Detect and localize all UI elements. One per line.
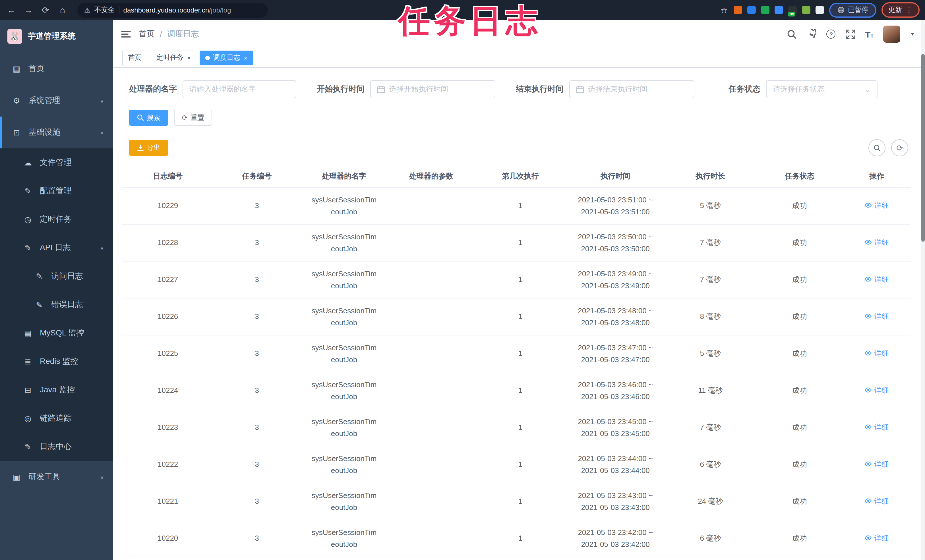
table-header-row: 日志编号任务编号处理器的名字处理器的参数第几次执行执行时间执行时长任务状态操作 [122,166,910,187]
detail-link[interactable]: 详细 [865,384,889,396]
tab-定时任务[interactable]: 定时任务× [151,50,196,65]
profile-chip-wrap: 😄 已暂停 [829,3,876,17]
breadcrumb: 首页 / 调度日志 [139,29,199,39]
column-header: 执行时间 [566,166,665,187]
forward-icon[interactable]: → [23,5,34,15]
extension-blue-drop-icon[interactable] [747,6,756,14]
task-status-select[interactable]: 请选择任务状态 ⌄ [766,80,878,98]
sidebar-logo-row[interactable]: 🐰 芋道管理系统 [0,20,113,53]
toggle-search-icon[interactable] [868,139,886,157]
detail-link[interactable]: 详细 [865,495,889,507]
table-toolbar: 导出 ⟳ [129,139,910,157]
reload-icon[interactable]: ⟳ [40,5,51,15]
table-row: 10229 3 sysUserSessionTimeoutJob 1 2021-… [122,187,910,224]
scrollbar-thumb[interactable] [921,54,925,242]
detail-link[interactable]: 详细 [865,347,889,359]
sidebar-menu: ▦首页⚙系统管理∨⊡基础设施∧☁文件管理✎配置管理◷定时任务✎API 日志∧✎访… [0,53,113,493]
sidebar-item-首页[interactable]: ▦首页 [0,53,113,85]
detail-link[interactable]: 详细 [865,274,889,285]
github-icon[interactable] [807,29,817,39]
log-id-cell: 10225 [122,335,213,372]
sidebar-collapse-icon[interactable] [121,31,131,38]
log-id-cell: 10227 [122,261,213,298]
sidebar-item-定时任务[interactable]: ◷定时任务 [0,205,113,234]
handler-param-cell [387,224,475,261]
export-button[interactable]: 导出 [129,140,168,156]
user-avatar[interactable] [883,26,900,43]
log-id-cell: 10228 [122,224,213,261]
sidebar-item-错误日志[interactable]: ✎错误日志 [0,291,113,319]
close-icon[interactable]: × [244,54,247,61]
sidebar-item-API-日志[interactable]: ✎API 日志∧ [0,234,113,262]
security-label[interactable]: 不安全 [94,5,115,15]
help-icon[interactable]: ? [827,30,836,39]
sidebar-item-日志中心[interactable]: ✎日志中心 [0,433,113,461]
search-button[interactable]: 搜索 [129,110,168,126]
search-icon[interactable] [787,29,797,39]
handler-name-input[interactable]: 请输入处理器的名字 [182,80,296,98]
extension-paw-icon[interactable] [816,6,824,14]
font-size-icon[interactable]: TT [865,29,874,39]
extension-on-badge-icon[interactable]: on [788,6,797,14]
detail-link[interactable]: 详细 [865,458,889,470]
sidebar-item-访问日志[interactable]: ✎访问日志 [0,262,113,291]
exec-time-cell: 2021-05-03 23:48:00 ~2021-05-03 23:48:00 [566,298,665,335]
sidebar-item-文件管理[interactable]: ☁文件管理 [0,148,113,177]
fullscreen-icon[interactable] [845,29,856,39]
profile-chip[interactable]: 😄 已暂停 [829,3,876,17]
tab-首页[interactable]: 首页 [122,50,147,65]
sidebar-item-基础设施[interactable]: ⊡基础设施∧ [0,117,113,148]
action-cell: 详细 [843,187,910,224]
action-cell: 详细 [843,446,910,483]
extension-green-leaf-icon[interactable] [802,6,811,14]
close-icon[interactable]: × [187,54,191,61]
sidebar-item-系统管理[interactable]: ⚙系统管理∨ [0,85,113,117]
action-cell: 详细 [843,298,910,335]
handler-param-cell [387,335,475,372]
exec-time-cell: 2021-05-03 23:51:00 ~2021-05-03 23:51:00 [566,187,665,224]
tab-调度日志[interactable]: 调度日志× [200,50,253,65]
extension-green-circle-icon[interactable] [761,6,770,14]
user-menu-caret-icon[interactable]: ▼ [910,32,915,36]
sidebar-item-配置管理[interactable]: ✎配置管理 [0,177,113,205]
header-actions: ? TT ▼ [787,26,915,43]
exec-index-cell: 1 [475,483,566,519]
sidebar-item-研发工具[interactable]: ▣研发工具∨ [0,461,113,493]
action-cell: 详细 [843,224,910,261]
end-time-picker[interactable]: 选择结束执行时间 [569,80,695,98]
refresh-table-icon[interactable]: ⟳ [891,139,908,157]
app-logo: 🐰 [8,29,22,44]
duration-cell: 7 毫秒 [665,224,756,261]
sidebar-item-Redis-监控[interactable]: ≣Redis 监控 [0,347,113,376]
bookmark-star-icon[interactable]: ☆ [720,5,728,15]
log-id-cell: 10222 [122,446,213,483]
back-icon[interactable]: ← [6,5,17,15]
handler-name-cell: sysUserSessionTimeoutJob [301,372,387,409]
reset-button[interactable]: ⟳ 重置 [174,110,212,126]
breadcrumb-home[interactable]: 首页 [139,29,155,39]
home-icon[interactable]: ⌂ [57,5,68,15]
table-row: 10225 3 sysUserSessionTimeoutJob 1 2021-… [122,335,910,372]
page-scrollbar[interactable] [921,20,925,560]
detail-link[interactable]: 详细 [865,236,889,248]
detail-link[interactable]: 详细 [865,532,889,544]
column-header: 日志编号 [122,166,213,187]
address-bar[interactable]: ⚠ 不安全 dashboard.yudao.iocoder.cn/job/log [77,3,268,17]
schedule-icon: ◷ [23,215,33,224]
start-time-picker[interactable]: 选择开始执行时间 [370,80,495,98]
extension-orange-ring-icon[interactable] [734,6,743,14]
detail-link[interactable]: 详细 [865,310,889,322]
browser-update-button[interactable]: 更新 ⋮ [881,2,920,18]
cloud-upload-icon: ☁ [23,158,33,167]
url-text[interactable]: dashboard.yudao.iocoder.cn/job/log [124,6,231,14]
sidebar-item-Java-监控[interactable]: ⊟Java 监控 [0,376,113,404]
browser-menu-icon[interactable]: ⋮ [905,6,913,14]
extension-blue-grid-icon[interactable] [775,6,783,14]
detail-link[interactable]: 详细 [865,421,889,433]
detail-link[interactable]: 详细 [865,200,889,211]
sidebar-item-链路追踪[interactable]: ◎链路追踪 [0,404,113,433]
sidebar-item-MySQL-监控[interactable]: ▤MySQL 监控 [0,319,113,347]
extension-cluster: on [734,6,824,14]
handler-name-cell: sysUserSessionTimeoutJob [301,483,387,519]
job-log-table: 日志编号任务编号处理器的名字处理器的参数第几次执行执行时间执行时长任务状态操作 … [122,166,910,557]
